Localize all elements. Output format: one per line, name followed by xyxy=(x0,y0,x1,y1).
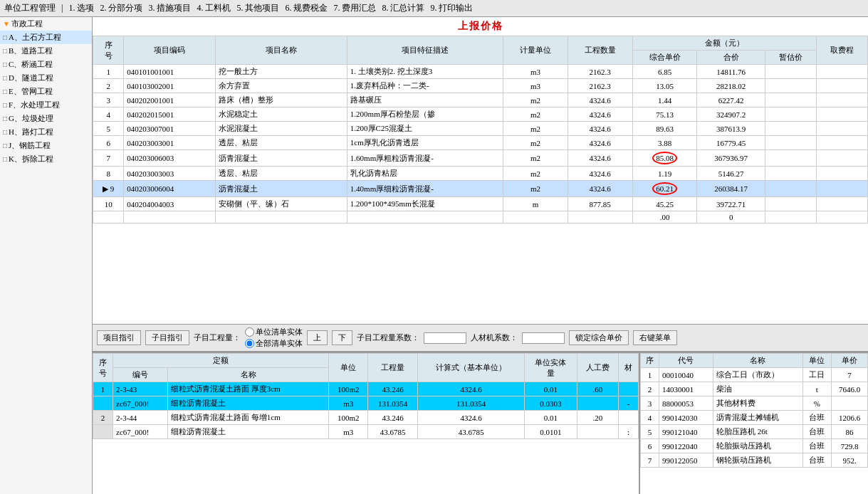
quota-header-seq: 序号 xyxy=(93,354,113,382)
sidebar-item-5[interactable]: □F、水处理工程 xyxy=(0,98,92,112)
table-row[interactable]: ▶ 9 040203006004 沥青混凝土 1.40mm厚细粒沥青混凝- m2… xyxy=(93,181,868,197)
table-row[interactable]: 7 040203006003 沥青混凝土 1.60mm厚粗粒沥青混凝- m2 4… xyxy=(93,150,868,167)
sidebar-item-7[interactable]: □H、路灯工程 xyxy=(0,125,92,139)
radio-single-input[interactable] xyxy=(245,327,254,337)
sidebar-item-4[interactable]: □E、管网工程 xyxy=(0,85,92,98)
resource-row[interactable]: 3 88000053 其他材料费 % xyxy=(641,396,868,411)
cell-unit-price: 89.63 xyxy=(632,122,697,136)
labor-material-factor-input[interactable] xyxy=(522,332,565,344)
radio-all[interactable]: 全部清单实体 xyxy=(245,338,303,349)
cell-unit-price: 13.05 xyxy=(632,79,697,93)
cell-name: 安砌侧（平、缘）石 xyxy=(215,197,347,211)
resource-row[interactable]: 2 14030001 柴油 t 7646.0 xyxy=(641,382,868,396)
menu-measures[interactable]: 3. 措施项目 xyxy=(148,2,191,14)
sidebar-item-3[interactable]: □D、隧道工程 xyxy=(0,71,92,85)
menu-unit-mgmt[interactable]: 单位工程管理 xyxy=(4,2,56,14)
sidebar-item-9[interactable]: □K、拆除工程 xyxy=(0,152,92,166)
cell-total: 367936.97 xyxy=(697,150,765,167)
quota-cell-calc: 131.0354 xyxy=(418,396,525,411)
table-row[interactable]: 4 040202015001 水泥稳定土 1.200mm厚石粉垫层（掺 m2 4… xyxy=(93,107,868,122)
table-row[interactable]: 2 040103002001 余方弃置 1.废弃料品种：一二类- m3 2162… xyxy=(93,79,868,93)
quota-cell-seq xyxy=(93,396,113,411)
quota-cell-qty: 131.0354 xyxy=(368,396,418,411)
sidebar-root[interactable]: ▼ 市政工程 xyxy=(0,17,92,31)
main-table-area: 上报价格 序号 项目编码 项目名称 项目特征描述 计量单位 工程数量 金额（元）… xyxy=(93,17,868,324)
table-row[interactable]: 6 040203003001 透层、粘层 1cm厚乳化沥青透层 m2 4324.… xyxy=(93,136,868,150)
cell-estimate xyxy=(765,122,816,136)
sidebar-item-6[interactable]: □G、垃圾处理 xyxy=(0,112,92,125)
sidebar-item-1[interactable]: □B、道路工程 xyxy=(0,44,92,58)
cell-seq: ▶ 9 xyxy=(93,181,124,197)
menu-tax[interactable]: 6. 规费税金 xyxy=(285,2,328,14)
up-button[interactable]: 上 xyxy=(307,330,328,345)
right-menu-button[interactable]: 右键菜单 xyxy=(633,330,677,345)
radio-all-input[interactable] xyxy=(245,339,254,348)
cell-estimate xyxy=(765,150,816,167)
table-row[interactable]: 3 040202001001 路床（槽）整形 路基碾压 m2 4324.6 1.… xyxy=(93,93,868,107)
cell-seq: 4 xyxy=(93,107,124,122)
top-menu-bar: 单位工程管理 | 1. 选项 2. 分部分项 3. 措施项目 4. 工料机 5.… xyxy=(0,0,868,17)
sub-guide-button[interactable]: 子目指引 xyxy=(145,330,189,345)
table-row[interactable]: 5 040203007001 水泥混凝土 1.200厚C25混凝土 m2 432… xyxy=(93,122,868,136)
res-cell-name: 轮胎压路机 26t xyxy=(713,425,802,439)
doc-icon: □ xyxy=(3,88,7,95)
doc-icon: □ xyxy=(3,47,7,55)
quota-row[interactable]: 1 2-3-43 细粒式沥青混凝土路面 厚度3cm 100m2 43.246 4… xyxy=(93,382,639,396)
quota-cell-calc: 4324.6 xyxy=(418,382,525,396)
res-cell-code: 990122050 xyxy=(659,453,713,468)
cell-fee-rate xyxy=(816,79,867,93)
quota-cell-material xyxy=(619,411,639,425)
resource-row[interactable]: 5 990121040 轮胎压路机 26t 台班 86 xyxy=(641,425,868,439)
sidebar-item-2[interactable]: □C、桥涵工程 xyxy=(0,58,92,71)
menu-calc[interactable]: 8. 汇总计算 xyxy=(382,2,424,14)
table-row[interactable]: 8 040203003003 透层、粘层 乳化沥青粘层 m2 4324.6 1.… xyxy=(93,167,868,181)
main-table: 序号 项目编码 项目名称 项目特征描述 计量单位 工程数量 金额（元） 取费程 … xyxy=(93,36,868,224)
cell-unit-price: 6.85 xyxy=(632,65,697,79)
quota-row[interactable]: zc67_000! 细粒沥青混凝土 m3 131.0354 131.0354 0… xyxy=(93,396,639,411)
resource-row[interactable]: 4 990142030 沥青混凝土摊铺机 台班 1206.6 xyxy=(641,411,868,425)
table-row[interactable]: 1 040101001001 挖一般土方 1. 土壤类别2. 挖土深度3 m3 … xyxy=(93,65,868,79)
resource-row[interactable]: 1 00010040 综合工日（市政） 工日 7 xyxy=(641,368,868,382)
resource-row[interactable]: 7 990122050 钢轮振动压路机 台班 952. xyxy=(641,453,868,468)
cell-name: 余方弃置 xyxy=(215,79,347,93)
cell-fee-rate xyxy=(816,136,867,150)
cell-fee-rate xyxy=(816,197,867,211)
sidebar-item-0[interactable]: □A、土石方工程 xyxy=(0,31,92,44)
cell-code: 040203003003 xyxy=(124,167,216,181)
cell-seq: 10 xyxy=(93,197,124,211)
quota-row[interactable]: 2 2-3-44 细粒式沥青混凝土路面 每增1cm 100m2 43.246 4… xyxy=(93,411,639,425)
sidebar-item-8[interactable]: □J、钢筋工程 xyxy=(0,139,92,152)
res-cell-seq: 7 xyxy=(641,453,659,468)
quota-cell-calc: 43.6785 xyxy=(418,425,525,439)
lock-unit-price-button[interactable]: 锁定综合单价 xyxy=(569,330,629,345)
radio-single[interactable]: 单位清单实体 xyxy=(245,327,303,337)
sub-qty-factor-input[interactable] xyxy=(424,332,466,344)
resource-row[interactable]: 6 990122040 轮胎振动压路机 台班 729.8 xyxy=(641,439,868,453)
menu-other-items[interactable]: 5. 其他项目 xyxy=(236,2,279,14)
menu-sub-items[interactable]: 2. 分部分项 xyxy=(100,2,142,14)
table-row[interactable]: .00 0 xyxy=(93,211,868,224)
cell-total: 39722.71 xyxy=(697,197,765,211)
menu-print[interactable]: 9. 打印输出 xyxy=(430,2,473,14)
res-cell-seq: 4 xyxy=(641,411,659,425)
down-button[interactable]: 下 xyxy=(332,330,352,345)
header-fee-rate: 取费程 xyxy=(816,36,867,65)
doc-icon: □ xyxy=(3,74,7,82)
res-cell-seq: 2 xyxy=(641,382,659,396)
cell-desc: 1.40mm厚细粒沥青混凝- xyxy=(347,181,503,197)
quota-cell-unit: 100m2 xyxy=(329,382,368,396)
project-guide-button[interactable]: 项目指引 xyxy=(97,330,141,345)
cell-name: 水泥稳定土 xyxy=(215,107,347,122)
quota-cell-labor: .60 xyxy=(577,382,618,396)
res-cell-price: 729.8 xyxy=(832,439,868,453)
table-row[interactable]: 10 040204004003 安砌侧（平、缘）石 1.200*100*495m… xyxy=(93,197,868,211)
res-cell-code: 990122040 xyxy=(659,439,713,453)
quota-row[interactable]: zc67_000! 细粒沥青混凝土 m3 43.6785 43.6785 0.0… xyxy=(93,425,639,439)
cell-name: 沥青混凝土 xyxy=(215,150,347,167)
menu-cost-summary[interactable]: 7. 费用汇总 xyxy=(333,2,376,14)
res-cell-seq: 1 xyxy=(641,368,659,382)
menu-materials[interactable]: 4. 工料机 xyxy=(197,2,231,14)
menu-options[interactable]: 1. 选项 xyxy=(68,2,94,14)
cell-total: 387613.9 xyxy=(697,122,765,136)
cell-unit: m2 xyxy=(503,122,568,136)
